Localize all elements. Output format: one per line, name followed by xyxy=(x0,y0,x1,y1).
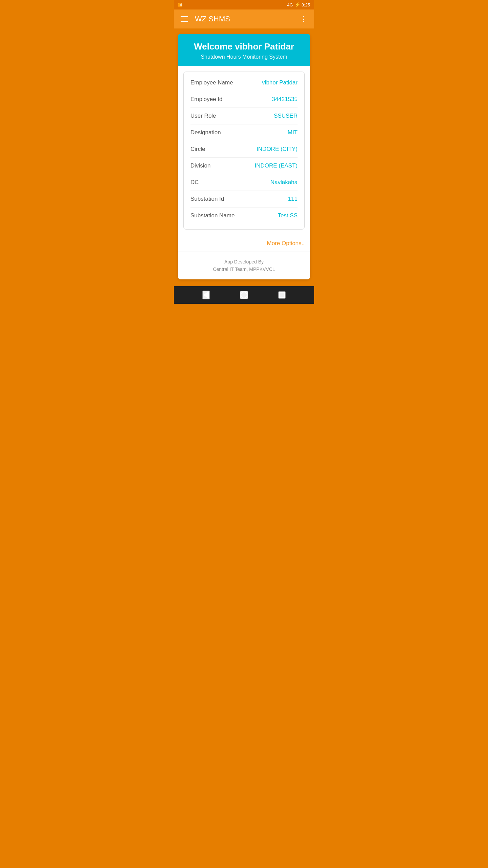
home-circle-icon xyxy=(241,292,247,298)
info-label: Designation xyxy=(190,129,221,136)
info-row: CircleINDORE (CITY) xyxy=(190,141,298,158)
recents-button[interactable] xyxy=(278,291,286,299)
info-label: Division xyxy=(190,162,211,169)
info-label: Circle xyxy=(190,146,205,153)
network-type: 4G xyxy=(287,2,293,7)
footer: App Developed By Central IT Team, MPPKVV… xyxy=(178,252,310,279)
info-row: DivisionINDORE (EAST) xyxy=(190,158,298,174)
info-value: 111 xyxy=(288,196,298,202)
bottom-navigation xyxy=(174,286,314,304)
info-value: Navlakaha xyxy=(270,179,298,186)
footer-line2: Central IT Team, MPPKVVCL xyxy=(213,267,275,272)
info-row: Substation Id111 xyxy=(190,191,298,208)
info-row: Substation NameTest SS xyxy=(190,208,298,224)
clock: 8:25 xyxy=(302,2,310,7)
back-arrow-icon xyxy=(203,291,209,299)
home-button[interactable] xyxy=(240,291,248,299)
info-value: Test SS xyxy=(278,212,298,219)
more-vertical-icon: ⋮ xyxy=(300,15,307,23)
hamburger-icon xyxy=(181,16,188,22)
more-options-link[interactable]: More Options.. xyxy=(267,240,305,246)
menu-button[interactable] xyxy=(179,15,189,23)
info-value: INDORE (CITY) xyxy=(257,146,298,153)
info-value: MIT xyxy=(288,129,298,136)
welcome-header: Welcome vibhor Patidar Shutdown Hours Mo… xyxy=(178,34,310,66)
back-button[interactable] xyxy=(202,291,210,299)
status-bar: 📶 4G ⚡ 8:25 xyxy=(174,0,314,9)
info-row: DesignationMIT xyxy=(190,124,298,141)
more-options-row: More Options.. xyxy=(178,235,310,252)
info-label: DC xyxy=(190,179,199,186)
info-value: SSUSER xyxy=(274,113,298,119)
info-value: 34421535 xyxy=(272,96,298,103)
sim-icon: 📶 xyxy=(178,3,183,7)
welcome-subtitle: Shutdown Hours Monitoring System xyxy=(183,54,305,60)
welcome-title: Welcome vibhor Patidar xyxy=(183,41,305,52)
employee-info-table: Employee Namevibhor PatidarEmployee Id34… xyxy=(183,72,305,230)
app-bar: WZ SHMS ⋮ xyxy=(174,9,314,28)
footer-line1: App Developed By xyxy=(224,259,264,264)
info-row: Employee Namevibhor Patidar xyxy=(190,75,298,91)
battery-icon: ⚡ xyxy=(294,2,300,7)
more-options-button[interactable]: ⋮ xyxy=(298,13,309,25)
recents-square-icon xyxy=(279,292,285,298)
info-value: vibhor Patidar xyxy=(262,79,298,86)
main-content: Welcome vibhor Patidar Shutdown Hours Mo… xyxy=(174,28,314,286)
info-label: Employee Name xyxy=(190,79,233,86)
app-title: WZ SHMS xyxy=(195,15,293,23)
info-label: User Role xyxy=(190,113,216,119)
info-label: Substation Id xyxy=(190,196,224,202)
footer-text: App Developed By Central IT Team, MPPKVV… xyxy=(183,258,305,273)
info-value: INDORE (EAST) xyxy=(255,162,298,169)
info-label: Employee Id xyxy=(190,96,223,103)
info-row: DCNavlakaha xyxy=(190,174,298,191)
info-row: Employee Id34421535 xyxy=(190,91,298,108)
welcome-card: Welcome vibhor Patidar Shutdown Hours Mo… xyxy=(178,34,310,279)
info-label: Substation Name xyxy=(190,212,235,219)
info-row: User RoleSSUSER xyxy=(190,108,298,124)
